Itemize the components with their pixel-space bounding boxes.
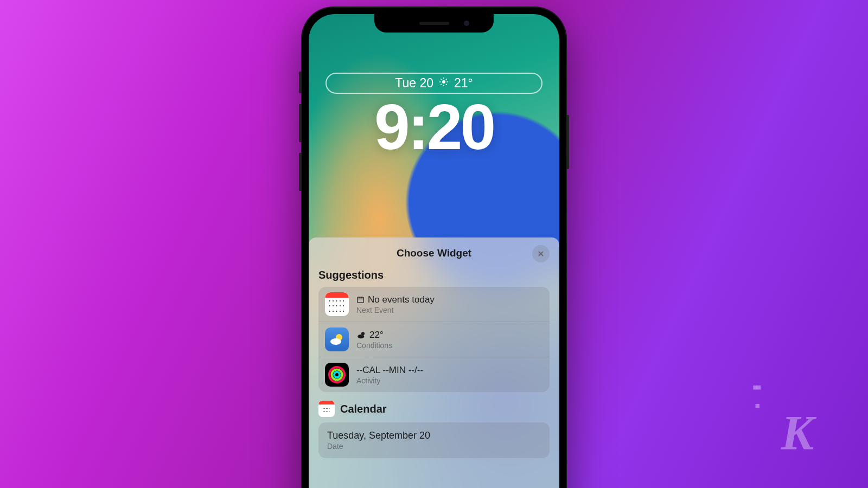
activity-app-icon — [325, 363, 349, 387]
choose-widget-sheet: Choose Widget Suggestions • • • • • • • … — [309, 237, 559, 488]
svg-point-16 — [358, 335, 364, 339]
phone-frame: Tue 20 21° 9:20 Choose Widget Suggestion… — [301, 7, 567, 488]
watermark-dots: ▪▪ ▪ — [752, 378, 760, 415]
lockscreen-date: Tue 20 — [395, 76, 433, 91]
notch — [374, 14, 494, 33]
svg-line-7 — [441, 84, 442, 85]
front-camera — [464, 21, 469, 26]
mute-switch — [299, 72, 301, 93]
speaker — [419, 22, 449, 25]
lockscreen-clock: 9:20 — [374, 90, 494, 164]
svg-line-6 — [446, 84, 446, 85]
suggestion-content: 22° Conditions — [356, 330, 543, 350]
svg-point-14 — [330, 338, 341, 345]
volume-up-button — [299, 104, 301, 142]
calendar-header: ••••• ••••• Calendar — [318, 401, 550, 417]
suggestion-content: No events today Next Event — [356, 294, 543, 314]
suggestion-subtitle: Conditions — [356, 341, 543, 350]
sheet-header: Choose Widget — [309, 247, 559, 269]
svg-point-19 — [334, 372, 340, 377]
calendar-app-icon: • • • • • • • • • • • • • • • — [325, 292, 349, 316]
suggestion-subtitle: Next Event — [356, 306, 543, 314]
svg-line-8 — [446, 79, 446, 80]
suggestions-section: Suggestions • • • • • • • • • • • • • • … — [309, 269, 559, 401]
calendar-app-icon: ••••• ••••• — [318, 401, 335, 417]
calendar-label: Calendar — [340, 403, 387, 415]
weather-app-icon — [325, 328, 349, 351]
suggestions-header: Suggestions — [318, 269, 550, 281]
suggestion-title: 22° — [369, 330, 384, 341]
sun-icon — [439, 77, 449, 89]
suggestions-label: Suggestions — [318, 269, 384, 281]
cloud-sun-icon — [356, 331, 366, 339]
calendar-section: ••••• ••••• Calendar Tuesday, September … — [309, 401, 559, 467]
sheet-title: Choose Widget — [309, 247, 559, 259]
volume-down-button — [299, 153, 301, 191]
close-icon — [537, 250, 545, 258]
suggestion-subtitle: Activity — [356, 376, 543, 385]
svg-point-0 — [442, 80, 445, 84]
svg-line-5 — [441, 79, 442, 80]
suggestion-title: No events today — [368, 294, 435, 305]
suggestion-activity[interactable]: --CAL --MIN --/-- Activity — [318, 357, 550, 392]
watermark-logo: K — [781, 405, 814, 461]
suggestion-content: --CAL --MIN --/-- Activity — [356, 365, 543, 385]
calendar-mini-icon — [356, 296, 365, 304]
lockscreen-temp: 21° — [454, 76, 473, 91]
calendar-card: Tuesday, September 20 Date — [318, 422, 550, 458]
phone-screen: Tue 20 21° 9:20 Choose Widget Suggestion… — [309, 14, 559, 488]
close-button[interactable] — [532, 245, 550, 262]
suggestions-card: • • • • • • • • • • • • • • • No events … — [318, 287, 550, 392]
calendar-item-date[interactable]: Tuesday, September 20 Date — [318, 422, 550, 458]
suggestion-title: --CAL --MIN --/-- — [356, 365, 423, 376]
suggestion-conditions[interactable]: 22° Conditions — [318, 322, 550, 357]
side-button — [567, 115, 569, 169]
suggestion-next-event[interactable]: • • • • • • • • • • • • • • • No events … — [318, 287, 550, 322]
calendar-item-content: Tuesday, September 20 Date — [327, 430, 541, 451]
svg-rect-9 — [358, 297, 363, 303]
calendar-item-subtitle: Date — [327, 442, 541, 451]
calendar-item-title: Tuesday, September 20 — [327, 430, 430, 441]
